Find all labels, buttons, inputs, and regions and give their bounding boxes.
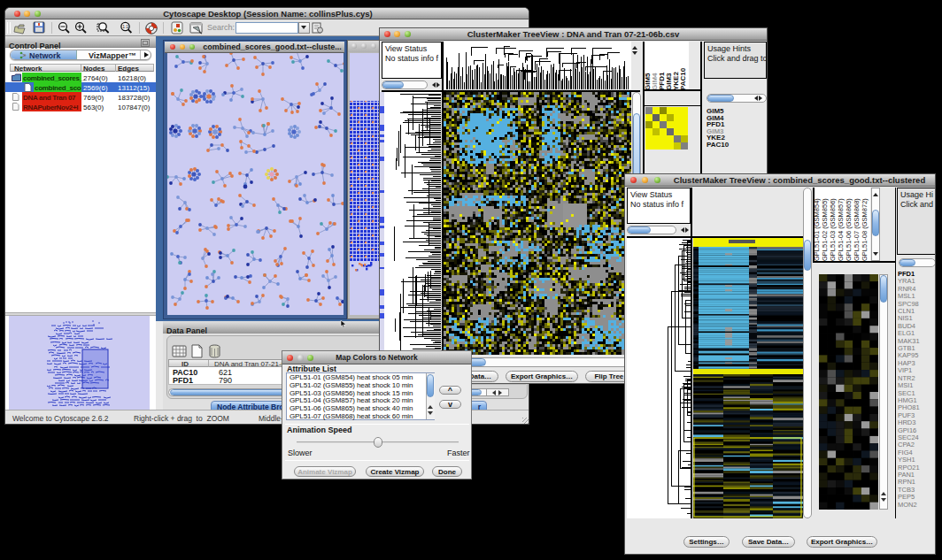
svg-text:1:1: 1:1: [122, 24, 128, 29]
svg-text:GPL51-06 (GSM865): GPL51-06 (GSM865): [845, 198, 853, 261]
svg-text:GPL51-07 (GSM868): GPL51-07 (GSM868): [853, 198, 861, 261]
svg-text:GPL51-04 (GSM857): GPL51-04 (GSM857): [837, 198, 845, 261]
svg-text:GPL51-03 (GSM856): GPL51-03 (GSM856): [829, 198, 837, 261]
svg-text:GPL51-02 (GSM855): GPL51-02 (GSM855): [821, 198, 829, 261]
svg-text:PAC10: PAC10: [679, 67, 687, 89]
svg-text:GPL51-01 (GSM854): GPL51-01 (GSM854): [815, 198, 821, 261]
svg-text:GPL51-08 (GSM872): GPL51-08 (GSM872): [861, 198, 869, 261]
